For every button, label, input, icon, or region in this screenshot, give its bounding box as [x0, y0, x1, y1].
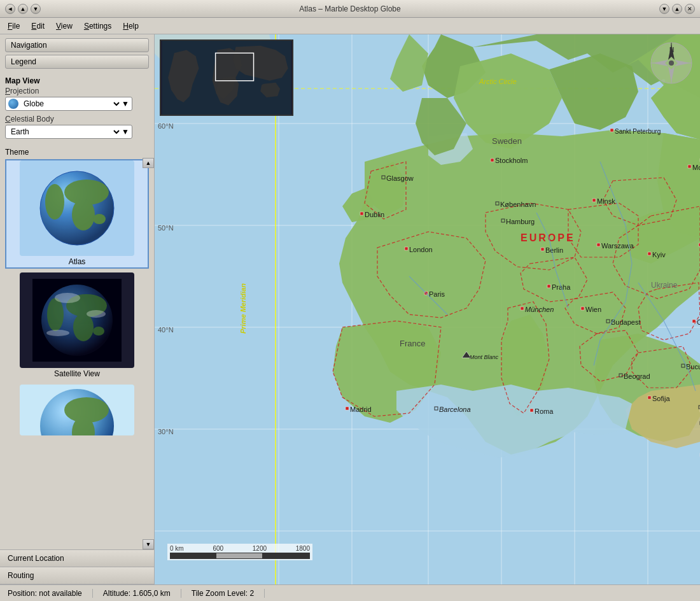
titlebar-left-buttons: ◄ ▲ ▼ [5, 4, 41, 14]
svg-text:40°N: 40°N [158, 326, 174, 334]
titlebar-minimize-button[interactable]: ▼ [659, 4, 669, 14]
svg-text:Moskva: Moskva [692, 164, 700, 171]
map-view-label: Map View [5, 76, 149, 85]
svg-text:Sweden: Sweden [492, 136, 522, 146]
main-layout: Navigation Legend Map View Projection Gl… [0, 34, 700, 584]
menu-file[interactable]: File [3, 20, 25, 32]
svg-point-3 [72, 199, 95, 230]
svg-text:Madrid: Madrid [350, 406, 372, 413]
projection-dropdown-arrow: ▼ [122, 99, 129, 108]
svg-text:Odesa: Odesa [697, 318, 700, 326]
projection-select[interactable]: Globe Mercator Equirectangular [21, 99, 122, 109]
svg-text:München: München [525, 306, 554, 313]
svg-rect-37 [610, 129, 613, 132]
svg-text:Sankt Peterburg: Sankt Peterburg [615, 128, 661, 135]
position-status: Position: not available [5, 589, 93, 598]
svg-text:Glasgow: Glasgow [386, 174, 414, 182]
theme-item-satellite[interactable]: Satellite View [5, 271, 149, 381]
theme-section: Theme ▲ [0, 145, 154, 549]
app-title: Atlas – Marble Desktop Globe [299, 4, 400, 13]
svg-text:Wien: Wien [585, 306, 601, 313]
svg-text:Beograd: Beograd [624, 372, 650, 380]
titlebar-maximize-button[interactable]: ▲ [672, 4, 682, 14]
navigation-button[interactable]: Navigation [5, 38, 149, 52]
svg-point-11 [73, 313, 94, 341]
atlas-theme-name: Atlas [6, 256, 148, 267]
svg-text:Barcelona: Barcelona [439, 406, 471, 413]
svg-text:Roma: Roma [535, 407, 554, 415]
svg-point-13 [93, 327, 104, 336]
svg-rect-64 [521, 307, 524, 310]
svg-text:Prime Meridian: Prime Meridian [239, 283, 247, 334]
celestial-body-dropdown-arrow: ▼ [122, 127, 129, 136]
minimap[interactable] [160, 39, 293, 116]
current-location-button[interactable]: Current Location [0, 550, 154, 567]
legend-button[interactable]: Legend [5, 55, 149, 69]
map-svg: Stockholm Sankt Peterburg Moskva Glasgow… [155, 34, 700, 584]
svg-rect-50 [592, 199, 596, 202]
projection-dropdown-container[interactable]: Globe Mercator Equirectangular ▼ [5, 97, 132, 111]
svg-rect-35 [491, 159, 494, 162]
svg-text:Arctic Circle: Arctic Circle [479, 78, 517, 85]
satellite-globe-svg [32, 279, 122, 362]
theme-scroll-area: Atlas [5, 159, 149, 546]
theme-scroll-down[interactable]: ▼ [143, 539, 154, 549]
compass: N [649, 41, 694, 85]
svg-rect-86 [530, 409, 533, 412]
svg-text:Dublin: Dublin [365, 211, 384, 218]
atlas-globe-svg [32, 167, 122, 250]
titlebar: ◄ ▲ ▼ Atlas – Marble Desktop Globe ▼ ▲ ✕ [0, 0, 700, 18]
svg-text:Mont Blanc: Mont Blanc [470, 354, 499, 360]
osm-globe-svg [32, 385, 122, 435]
svg-text:N: N [669, 46, 674, 53]
svg-text:København: København [500, 201, 536, 208]
svg-rect-70 [692, 320, 696, 323]
svg-rect-82 [346, 407, 349, 410]
titlebar-close-button[interactable]: ✕ [685, 4, 695, 14]
globe-icon [8, 99, 18, 109]
menu-view[interactable]: View [51, 20, 78, 32]
svg-point-12 [47, 298, 64, 331]
celestial-body-dropdown-container[interactable]: Earth Moon Mars ▼ [5, 125, 132, 139]
svg-point-114 [669, 60, 674, 66]
scalebar-label-0: 0 km [170, 545, 184, 552]
svg-text:EUROPE: EUROPE [521, 232, 575, 243]
theme-label: Theme [5, 148, 149, 157]
satellite-theme-name: Satellite View [6, 368, 148, 379]
svg-text:50°N: 50°N [158, 224, 174, 232]
svg-text:Kyiv: Kyiv [652, 251, 666, 258]
svg-text:France: France [400, 339, 425, 348]
titlebar-up-button[interactable]: ▲ [18, 4, 28, 14]
theme-item-osm[interactable] [5, 383, 149, 437]
menu-edit[interactable]: Edit [26, 20, 50, 32]
svg-point-15 [87, 310, 106, 318]
titlebar-back-button[interactable]: ◄ [5, 4, 15, 14]
projection-label: Projection [5, 87, 149, 95]
titlebar-right-buttons: ▼ ▲ ✕ [659, 4, 695, 14]
svg-rect-39 [688, 165, 691, 168]
celestial-body-select[interactable]: Earth Moon Mars [8, 127, 122, 137]
theme-item-atlas[interactable]: Atlas [5, 159, 149, 269]
svg-point-14 [55, 293, 80, 303]
sidebar: Navigation Legend Map View Projection Gl… [0, 34, 155, 584]
map-area[interactable]: Stockholm Sankt Peterburg Moskva Glasgow… [155, 34, 700, 584]
svg-text:Stockholm: Stockholm [495, 157, 528, 164]
scalebar: 0 km 600 1200 1800 [167, 544, 312, 560]
svg-text:London: London [409, 246, 433, 253]
tile-zoom-status: Tile Zoom Level: 2 [181, 589, 265, 598]
menu-settings[interactable]: Settings [79, 20, 116, 32]
routing-button[interactable]: Routing [0, 567, 154, 584]
minimap-svg [161, 41, 292, 115]
svg-point-16 [46, 330, 69, 336]
altitude-status: Altitude: 1.605,0 km [93, 589, 181, 598]
scalebar-label-2: 1200 [253, 545, 267, 552]
svg-rect-56 [597, 243, 600, 246]
theme-scroll-up[interactable]: ▲ [143, 158, 154, 168]
svg-rect-52 [405, 247, 408, 250]
svg-rect-44 [360, 212, 363, 215]
titlebar-down-button[interactable]: ▼ [31, 4, 41, 14]
svg-rect-80 [648, 396, 651, 399]
svg-text:Minsk: Minsk [597, 197, 615, 205]
menubar: File Edit View Settings Help [0, 18, 700, 34]
menu-help[interactable]: Help [118, 20, 144, 32]
